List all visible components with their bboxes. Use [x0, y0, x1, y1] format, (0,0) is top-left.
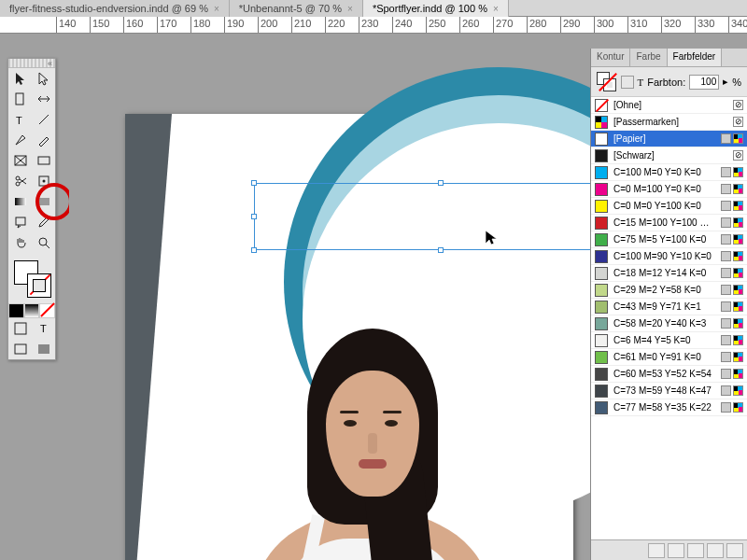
svg-rect-13: [15, 198, 26, 205]
object-text-toggle-icon[interactable]: [621, 76, 634, 89]
rectangle-tool[interactable]: [32, 150, 55, 171]
tint-dropdown-icon[interactable]: ▸: [723, 76, 728, 88]
svg-rect-15: [16, 217, 25, 225]
swatch-label: C=18 M=12 Y=14 K=0: [613, 268, 715, 278]
swatches-panel: Kontur Farbe Farbfelder T Farbton: ▸ % […: [590, 49, 747, 560]
close-icon[interactable]: ×: [214, 4, 219, 14]
swatch-chip: [595, 233, 608, 246]
tab-farbe[interactable]: Farbe: [630, 49, 667, 66]
delete-swatch-button[interactable]: [726, 543, 743, 558]
close-icon[interactable]: ×: [347, 4, 353, 14]
show-gradient-swatches-button[interactable]: [687, 543, 704, 558]
view-mode-preview[interactable]: [32, 339, 55, 359]
panel-footer: [591, 539, 747, 560]
panel-grip[interactable]: «: [8, 59, 55, 68]
gradient-feather-tool[interactable]: [32, 191, 55, 212]
swatch-row[interactable]: [Schwarz]⊘: [591, 147, 747, 164]
color-type-icon: [733, 234, 743, 245]
swatch-row[interactable]: C=0 M=0 Y=100 K=0: [591, 198, 747, 215]
line-tool[interactable]: [32, 109, 55, 130]
color-type-icon: [733, 184, 743, 194]
document-tab-0[interactable]: flyer-fitness-studio-endversion.indd @ 6…: [0, 0, 230, 17]
swatch-row[interactable]: C=18 M=12 Y=14 K=0: [591, 265, 747, 282]
swatch-row[interactable]: C=73 M=59 Y=48 K=47: [591, 383, 747, 399]
show-color-swatches-button[interactable]: [668, 543, 684, 558]
pen-tool[interactable]: [8, 130, 32, 150]
type-tool[interactable]: T: [8, 109, 32, 130]
show-all-swatches-button[interactable]: [648, 543, 665, 558]
swatch-row[interactable]: [Passermarken]⊘: [591, 114, 747, 131]
document-tab-2[interactable]: *Sportflyer.indd @ 100 %×: [363, 0, 509, 17]
apply-none-button[interactable]: [39, 303, 55, 318]
eyedropper-tool[interactable]: [32, 212, 55, 232]
swatch-row[interactable]: [Ohne]⊘: [591, 97, 747, 114]
rectangle-frame-tool[interactable]: [8, 150, 32, 171]
pencil-tool[interactable]: [32, 130, 55, 150]
fill-stroke-proxy[interactable]: [8, 257, 57, 300]
swatch-chip: [595, 133, 608, 146]
color-type-icon: [733, 201, 743, 211]
tint-input[interactable]: [689, 75, 719, 90]
view-mode-normal[interactable]: [8, 339, 32, 359]
tab-farbfelder[interactable]: Farbfelder: [668, 49, 723, 66]
selected-rectangle-frame[interactable]: [254, 183, 590, 250]
color-type-icon: [733, 217, 743, 228]
color-type-icon: [733, 285, 743, 295]
swatch-chip: [595, 200, 608, 213]
gradient-swatch-tool[interactable]: [8, 191, 32, 212]
close-icon[interactable]: ×: [493, 4, 499, 14]
transform-tool[interactable]: [32, 171, 55, 191]
swatch-row[interactable]: C=29 M=2 Y=58 K=0: [591, 282, 747, 299]
apply-gradient-button[interactable]: [24, 303, 40, 318]
svg-point-16: [39, 238, 47, 245]
scissors-tool[interactable]: [8, 171, 32, 191]
swatch-row[interactable]: C=15 M=100 Y=100 K=0: [591, 215, 747, 231]
swatch-list[interactable]: [Ohne]⊘[Passermarken]⊘[Papier][Schwarz]⊘…: [591, 97, 747, 539]
swatch-row[interactable]: C=100 M=0 Y=0 K=0: [591, 164, 747, 181]
swatch-chip: [595, 116, 608, 129]
formatting-container-button[interactable]: [8, 318, 32, 339]
color-mode-icon: [721, 335, 731, 345]
swatch-row[interactable]: [Papier]: [591, 131, 747, 147]
tools-panel: « T T: [7, 58, 56, 360]
document-tab-label: flyer-fitness-studio-endversion.indd @ 6…: [9, 3, 208, 14]
swatch-row[interactable]: C=61 M=0 Y=91 K=0: [591, 349, 747, 366]
new-swatch-button[interactable]: [707, 543, 724, 558]
note-tool[interactable]: [8, 212, 32, 232]
swatch-chip: [595, 385, 608, 398]
type-toggle-icon[interactable]: T: [638, 77, 644, 88]
zoom-tool[interactable]: [32, 232, 55, 253]
panel-fill-stroke-proxy[interactable]: [597, 72, 617, 92]
swatch-label: C=77 M=58 Y=35 K=22: [613, 402, 715, 413]
apply-color-button[interactable]: [8, 303, 24, 318]
hand-tool[interactable]: [8, 232, 32, 253]
swatch-row[interactable]: C=58 M=20 Y=40 K=3: [591, 315, 747, 332]
document-tab-1[interactable]: *Unbenannt-5 @ 70 %×: [230, 0, 363, 17]
swatch-row[interactable]: C=77 M=58 Y=35 K=22: [591, 399, 747, 416]
swatch-chip: [595, 250, 608, 263]
color-mode-icon: [721, 268, 731, 278]
color-mode-icon: [721, 318, 731, 329]
color-type-icon: [733, 335, 743, 345]
page-tool[interactable]: [8, 89, 32, 109]
svg-text:T: T: [40, 323, 47, 334]
color-mode-icon: [721, 285, 731, 295]
color-type-icon: [733, 268, 743, 278]
swatch-row[interactable]: C=43 M=9 Y=71 K=1: [591, 299, 747, 315]
stroke-color-proxy[interactable]: [27, 273, 51, 298]
svg-text:T: T: [16, 115, 22, 126]
document-tab-label: *Sportflyer.indd @ 100 %: [373, 3, 487, 14]
swatch-row[interactable]: C=100 M=90 Y=10 K=0: [591, 248, 747, 265]
swatch-label: C=29 M=2 Y=58 K=0: [613, 285, 715, 295]
direct-selection-tool[interactable]: [32, 68, 55, 89]
formatting-text-button[interactable]: T: [32, 318, 55, 339]
tint-label: Farbton:: [647, 77, 685, 88]
tab-kontur[interactable]: Kontur: [591, 49, 630, 66]
swatch-row[interactable]: C=75 M=5 Y=100 K=0: [591, 231, 747, 248]
swatch-row[interactable]: C=0 M=100 Y=0 K=0: [591, 181, 747, 198]
selection-tool[interactable]: [8, 68, 32, 89]
gap-tool[interactable]: [32, 89, 55, 109]
swatch-row[interactable]: C=6 M=4 Y=5 K=0: [591, 332, 747, 349]
document-canvas[interactable]: [69, 34, 590, 560]
swatch-row[interactable]: C=60 M=53 Y=52 K=54: [591, 366, 747, 383]
